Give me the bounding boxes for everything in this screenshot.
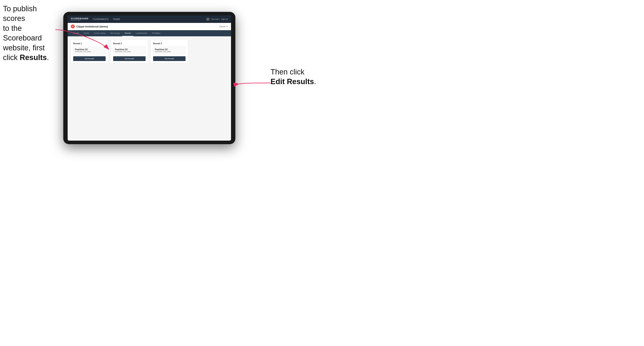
scoreboard-logo: SCOREBOARD Powered by clippd xyxy=(71,17,88,21)
signout-link[interactable]: Sign out xyxy=(221,18,228,20)
top-navbar: SCOREBOARD Powered by clippd TOURNAMENTS… xyxy=(68,15,231,23)
instruction-line2: to the Scoreboard xyxy=(3,24,42,42)
cancel-label: Cancel xyxy=(219,25,226,28)
arrow-to-results xyxy=(44,24,119,63)
logo-subtext: Powered by clippd xyxy=(71,20,88,21)
round-3-card: Round 3 Peachtree GC Gold (M) (7010 yds)… xyxy=(151,40,188,63)
nav-links: TOURNAMENTS TEAMS xyxy=(92,18,206,20)
tab-results[interactable]: Results xyxy=(122,30,133,36)
instruction-right-line1: Then click xyxy=(270,68,304,76)
nav-right: U Test User | Sign out xyxy=(206,17,228,21)
arrow-to-edit-results xyxy=(235,77,274,93)
tab-leaderboards[interactable]: Leaderboards xyxy=(133,30,150,36)
instruction-line4: click Results. xyxy=(3,53,49,62)
instruction-right: Then click Edit Results. xyxy=(270,67,316,87)
user-avatar: U xyxy=(206,17,210,21)
round-2-course-name: Peachtree GC xyxy=(115,48,144,51)
round-3-course-detail: Gold (M) (7010 yds) xyxy=(155,51,184,52)
nav-teams[interactable]: TEAMS xyxy=(113,18,120,20)
round-2-course-detail: Gold (M) (7010 yds) xyxy=(115,51,144,52)
instruction-edit-results-bold: Edit Results xyxy=(270,77,314,86)
nav-tournaments[interactable]: TOURNAMENTS xyxy=(92,18,109,20)
instruction-results-bold: Results xyxy=(20,53,47,62)
close-icon: ✕ xyxy=(226,25,228,28)
logo-text: SCOREBOARD xyxy=(71,17,88,20)
round-3-course-name: Peachtree GC xyxy=(155,48,184,51)
instruction-line1: To publish scores xyxy=(3,4,37,22)
tab-printables[interactable]: Printables xyxy=(150,30,163,36)
cancel-button[interactable]: Cancel ✕ xyxy=(219,25,228,28)
empty-column xyxy=(191,40,228,63)
edit-results-btn-3[interactable]: Edit Results xyxy=(153,56,186,61)
instruction-line3: website, first xyxy=(3,44,45,52)
round-3-title: Round 3 xyxy=(153,42,186,45)
user-name: Test User | xyxy=(211,18,220,20)
round-3-course-info: Peachtree GC Gold (M) (7010 yds) xyxy=(153,47,186,54)
